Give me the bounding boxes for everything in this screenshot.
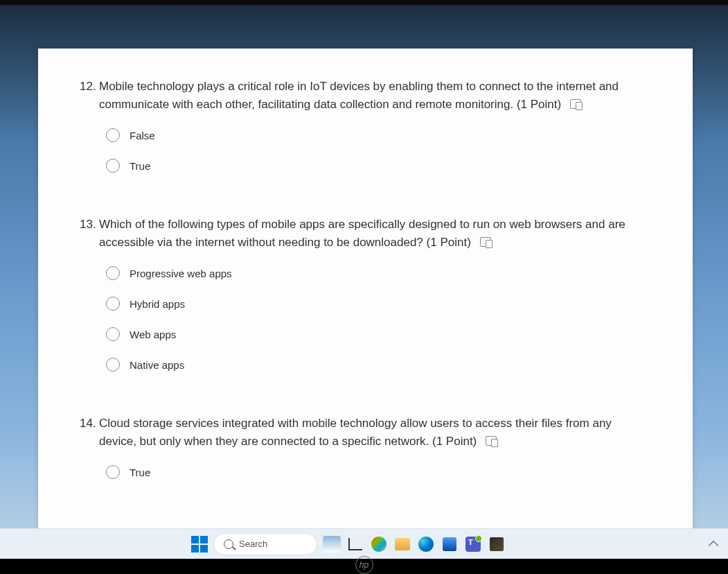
radio-icon[interactable]	[106, 159, 120, 173]
question-points: (1 Point)	[432, 435, 477, 448]
question-text: 12. Mobile technology plays a critical r…	[80, 78, 651, 113]
device-icon	[480, 237, 491, 247]
question-text: 14. Cloud storage services integrated wi…	[80, 415, 651, 450]
radio-icon[interactable]	[106, 266, 120, 280]
microsoft-store-icon[interactable]	[441, 535, 459, 553]
radio-icon[interactable]	[106, 465, 120, 479]
file-explorer-icon[interactable]	[393, 535, 411, 553]
option-hybrid-apps[interactable]: Hybrid apps	[106, 297, 651, 311]
taskbar-center: Search	[191, 533, 506, 555]
weather-widget-icon[interactable]	[323, 535, 341, 553]
laptop-bezel: hp	[0, 559, 728, 574]
radio-icon[interactable]	[106, 297, 120, 311]
option-progressive-web-apps[interactable]: Progressive web apps	[106, 266, 651, 280]
app-icon[interactable]	[488, 535, 506, 553]
edge-browser-icon[interactable]	[417, 535, 435, 553]
browser-tab-strip	[0, 0, 728, 6]
search-icon	[224, 539, 233, 549]
option-label: True	[130, 160, 150, 172]
option-label: False	[130, 130, 155, 141]
windows-taskbar: Search	[0, 528, 728, 559]
question-points: (1 Point)	[427, 236, 471, 249]
question-12: 12. Mobile technology plays a critical r…	[80, 78, 651, 173]
radio-icon[interactable]	[106, 327, 120, 341]
radio-icon[interactable]	[106, 358, 120, 372]
option-web-apps[interactable]: Web apps	[106, 327, 651, 341]
option-true[interactable]: True	[106, 159, 651, 173]
option-label: Progressive web apps	[130, 268, 232, 279]
form-card: 12. Mobile technology plays a critical r…	[38, 49, 693, 530]
question-13: 13. Which of the following types of mobi…	[80, 216, 651, 372]
device-icon	[486, 436, 497, 446]
start-button[interactable]	[191, 536, 208, 553]
teams-icon[interactable]	[464, 535, 482, 553]
options-list: False True	[80, 128, 651, 173]
radio-icon[interactable]	[106, 128, 120, 142]
options-list: True	[80, 465, 651, 479]
search-placeholder: Search	[239, 539, 267, 549]
task-view-icon[interactable]	[346, 535, 364, 553]
question-body: Mobile technology plays a critical role …	[99, 78, 651, 113]
option-false[interactable]: False	[106, 128, 651, 142]
option-true[interactable]: True	[106, 465, 651, 479]
copilot-icon[interactable]	[370, 535, 388, 553]
device-icon	[570, 99, 581, 109]
taskbar-system-tray[interactable]	[710, 539, 717, 549]
question-number: 14.	[80, 415, 99, 433]
question-number: 13.	[80, 216, 99, 234]
option-label: True	[130, 467, 150, 478]
question-text: 13. Which of the following types of mobi…	[80, 216, 651, 251]
question-body: Which of the following types of mobile a…	[99, 216, 651, 251]
taskbar-search[interactable]: Search	[213, 533, 317, 555]
option-label: Native apps	[130, 359, 184, 371]
question-points: (1 Point)	[517, 98, 561, 111]
question-number: 12.	[80, 78, 99, 96]
option-label: Web apps	[130, 329, 176, 340]
chevron-up-icon[interactable]	[709, 540, 718, 550]
question-body: Cloud storage services integrated with m…	[99, 415, 651, 450]
option-label: Hybrid apps	[130, 298, 185, 310]
options-list: Progressive web apps Hybrid apps Web app…	[80, 266, 651, 372]
hp-logo-icon: hp	[355, 556, 373, 574]
option-native-apps[interactable]: Native apps	[106, 358, 651, 372]
question-14: 14. Cloud storage services integrated wi…	[80, 415, 651, 479]
